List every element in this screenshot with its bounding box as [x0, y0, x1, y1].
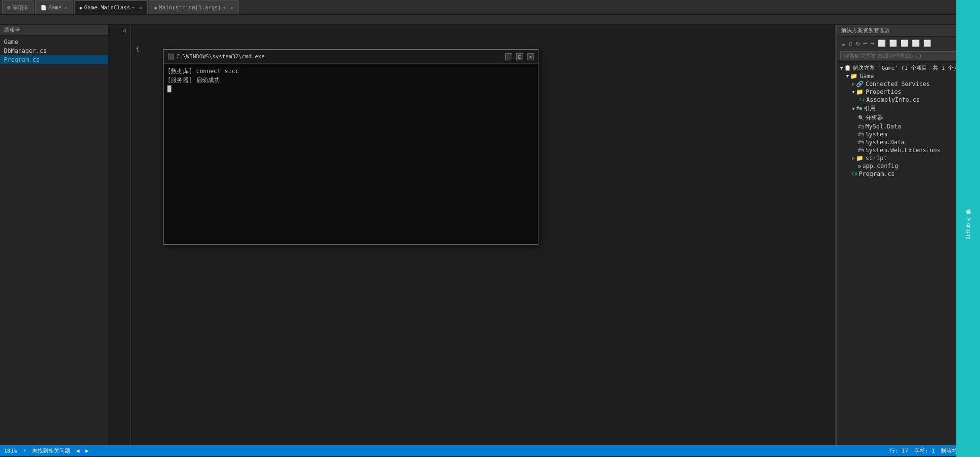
cmd-line1: [数据库] connect succ	[167, 67, 534, 76]
left-sidebar: 添项卡 Game DbManager.cs Program.cs	[0, 25, 109, 445]
tab-bar: ⚙ 添项卡 📄 Game ✕ ◆ Game.MainClass ▾ ✕ ◆ Ma…	[0, 0, 980, 15]
cmd-cursor-line	[167, 84, 534, 93]
services-icon: 🔗	[856, 81, 863, 87]
line-num-4: 4	[109, 27, 126, 36]
props-arrow: ▼	[852, 89, 855, 94]
solution-arrow: ▼	[840, 66, 843, 71]
cmd-line2: [服务器] 启动成功	[167, 76, 534, 84]
refs-arrow: ▼	[852, 106, 855, 111]
cmd-maximize-btn[interactable]: □	[516, 53, 523, 60]
cmd-minimize-btn[interactable]: —	[505, 53, 512, 60]
cmd-close-btn[interactable]: ✕	[527, 53, 534, 60]
script-icon: 📁	[856, 155, 863, 162]
status-no-issues: 未找到相关问题	[32, 447, 70, 455]
line-numbers: 4	[109, 25, 131, 445]
settings-icon: ⚙	[7, 5, 10, 10]
cmd-content[interactable]: [数据库] connect succ [服务器] 启动成功	[163, 64, 538, 244]
refs-icon: #⊕	[856, 106, 862, 111]
method-icon: ◆	[154, 5, 157, 10]
toolbar-view4-btn[interactable]: ⬜	[911, 39, 921, 47]
breadcrumb-bar	[0, 15, 980, 25]
status-col: 字符: 1	[914, 447, 935, 455]
status-arrow-right[interactable]: ▶	[85, 448, 89, 454]
cmd-icon: ⬛	[167, 53, 174, 60]
cmd-window[interactable]: ⬛ C:\WINDOWS\system32\cmd.exe — □ ✕ [数据库…	[163, 49, 538, 245]
toolbar-redo-btn[interactable]: ↪	[869, 39, 875, 47]
tab-mainclass[interactable]: ◆ Game.MainClass ▾ ✕	[74, 0, 148, 14]
services-arrow: ▷	[852, 82, 855, 86]
status-arrow-left[interactable]: ◀	[76, 448, 80, 454]
tab-main-args[interactable]: ◆ Main(string[].args) ▾ ✕	[149, 0, 239, 14]
game-arrow: ▼	[846, 74, 849, 79]
assembly-icon: C#	[859, 97, 865, 102]
editor-area[interactable]: 4 { 0 个引用 , 3306, "root", "")){	[109, 25, 835, 445]
tab-game[interactable]: 📄 Game ✕	[35, 0, 73, 14]
system-data-icon: #⊡	[858, 140, 864, 145]
status-row: 行: 17	[890, 447, 908, 455]
status-insert: 制表符	[941, 447, 957, 455]
tab-settings[interactable]: ⚙ 添项卡	[2, 0, 34, 14]
main-layout: 添项卡 Game DbManager.cs Program.cs 4	[0, 25, 980, 445]
class-icon: ◆	[80, 5, 82, 10]
status-zoom: 181%	[4, 448, 17, 454]
close-tab-game[interactable]: ✕	[65, 5, 68, 10]
mysql-icon: #⊡	[858, 124, 864, 129]
cmd-title: ⬛ C:\WINDOWS\system32\cmd.exe	[167, 53, 265, 60]
system-web-icon: #⊡	[858, 148, 864, 153]
sidebar-items: Game DbManager.cs Program.cs	[0, 36, 108, 66]
toolbar-sync-btn[interactable]: ☁	[840, 39, 846, 47]
programcs-icon: C#	[852, 171, 858, 176]
sidebar-header: 添项卡	[0, 25, 108, 36]
config-icon: ⚙	[858, 164, 861, 169]
game-folder-icon: 📁	[850, 73, 858, 80]
cmd-controls: — □ ✕	[505, 53, 534, 60]
solution-icon: 📋	[844, 65, 851, 71]
github-text: GitHub @码穿地球	[965, 218, 972, 239]
status-lightning-icon: ⚡	[23, 448, 27, 454]
file-icon: 📄	[41, 5, 46, 10]
toolbar-view2-btn[interactable]: ⬜	[888, 39, 898, 47]
toolbar-home-btn[interactable]: ⌂	[848, 39, 854, 47]
tab-arrow2: ▾	[221, 4, 228, 11]
script-arrow: ▷	[852, 156, 855, 161]
analyzer-icon: 🔍	[858, 115, 864, 121]
status-bar: 181% ⚡ 未找到相关问题 ◀ ▶ 行: 17 字符: 1 制表符 CRLF	[0, 445, 980, 456]
toolbar-view5-btn[interactable]: ⬜	[922, 39, 932, 47]
close-tab-mainclass[interactable]: ✕	[139, 5, 142, 10]
status-left: 181% ⚡ 未找到相关问题 ◀ ▶	[4, 447, 88, 455]
cmd-titlebar: ⬛ C:\WINDOWS\system32\cmd.exe — □ ✕	[163, 50, 538, 64]
toolbar-view1-btn[interactable]: ⬜	[877, 39, 887, 47]
system-icon: #⊡	[858, 132, 864, 137]
toolbar-undo-btn[interactable]: ↩	[862, 39, 868, 47]
toolbar-view3-btn[interactable]: ⬜	[899, 39, 909, 47]
sidebar-item-program[interactable]: Program.cs	[0, 55, 108, 64]
sidebar-item-game[interactable]: Game	[0, 38, 108, 46]
tab-arrow: ▾	[130, 4, 136, 11]
props-icon: 📁	[856, 88, 863, 95]
close-tab-main[interactable]: ✕	[230, 5, 233, 10]
github-badge[interactable]: GitHub @码穿地球	[956, 0, 980, 457]
toolbar-refresh-btn[interactable]: ↻	[855, 39, 861, 47]
sidebar-item-dbmanager[interactable]: DbManager.cs	[0, 46, 108, 55]
cmd-cursor	[167, 85, 171, 92]
